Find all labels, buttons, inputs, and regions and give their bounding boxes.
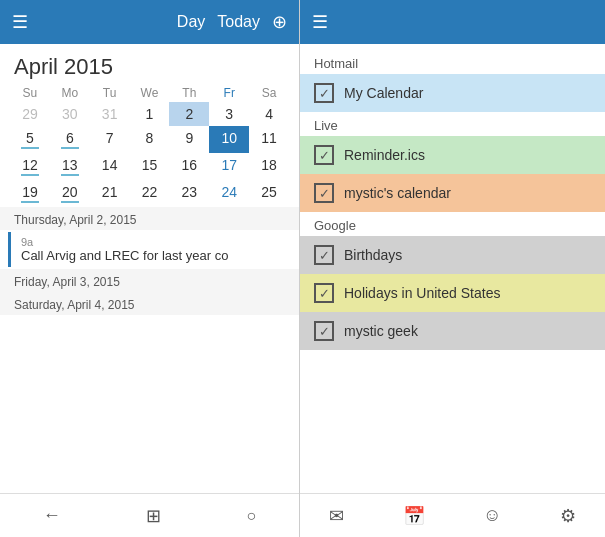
calendar-list: Hotmail My Calendar Live Reminder.ics my… [300,44,605,493]
cal-day-21[interactable]: 21 [90,180,130,207]
day-header-fr: Fr [209,86,249,100]
day-headers: Su Mo Tu We Th Fr Sa [10,84,289,102]
calendar-item-my-calendar[interactable]: My Calendar [300,74,605,112]
cal-day-25[interactable]: 25 [249,180,289,207]
cal-day-1[interactable]: 1 [130,102,170,126]
cal-day-15[interactable]: 15 [130,153,170,180]
cal-day-4[interactable]: 4 [249,102,289,126]
calendar-item-holidays[interactable]: Holidays in United States [300,274,605,312]
event-item-call[interactable]: 9a Call Arvig and LREC for last year co [8,232,291,267]
group-label-live: Live [300,112,605,136]
calendar-week-1: 29 30 31 1 2 3 4 [10,102,289,126]
group-label-hotmail: Hotmail [300,50,605,74]
left-bottom-bar [0,493,299,537]
cal-day-14[interactable]: 14 [90,153,130,180]
people-icon[interactable]: ☺ [483,505,501,526]
cal-item-label-my-calendar: My Calendar [344,85,423,101]
cal-day-10[interactable]: 10 [209,126,249,153]
header-title-group: Day Today ⊕ [177,11,287,33]
checkbox-mystic-calendar[interactable] [314,183,334,203]
cal-day-29-prev[interactable]: 29 [10,102,50,126]
event-date-header-apr2: Thursday, April 2, 2015 [0,207,299,230]
day-header-th: Th [169,86,209,100]
day-header-we: We [130,86,170,100]
calendar-week-2: 5 6 7 8 9 10 11 [10,126,289,153]
cal-item-label-mystic-calendar: mystic's calendar [344,185,451,201]
cal-day-12[interactable]: 12 [10,153,50,180]
calendar-item-reminder[interactable]: Reminder.ics [300,136,605,174]
cal-day-20[interactable]: 20 [50,180,90,207]
cal-item-label-mystic-geek: mystic geek [344,323,418,339]
events-section: Thursday, April 2, 2015 9a Call Arvig an… [0,207,299,493]
checkbox-holidays[interactable] [314,283,334,303]
cal-item-label-holidays: Holidays in United States [344,285,500,301]
day-header-mo: Mo [50,86,90,100]
cal-day-11[interactable]: 11 [249,126,289,153]
home-button[interactable] [146,505,161,527]
right-header: ☰ [300,0,605,44]
cal-day-5[interactable]: 5 [10,126,50,153]
cal-day-6[interactable]: 6 [50,126,90,153]
cal-day-17[interactable]: 17 [209,153,249,180]
cal-day-22[interactable]: 22 [130,180,170,207]
mail-icon[interactable]: ✉ [329,505,344,527]
cal-day-3[interactable]: 3 [209,102,249,126]
cal-day-31-prev[interactable]: 31 [90,102,130,126]
cal-day-30-prev[interactable]: 30 [50,102,90,126]
calendar-item-mystic-geek[interactable]: mystic geek [300,312,605,350]
group-label-google: Google [300,212,605,236]
add-event-icon[interactable]: ⊕ [272,11,287,33]
cal-day-9[interactable]: 9 [169,126,209,153]
event-time: 9a [21,236,277,248]
checkbox-my-calendar[interactable] [314,83,334,103]
cal-day-13[interactable]: 13 [50,153,90,180]
cal-day-19[interactable]: 19 [10,180,50,207]
event-title: Call Arvig and LREC for last year co [21,248,277,263]
calendar-grid: Su Mo Tu We Th Fr Sa 29 30 31 1 2 3 4 5 … [0,84,299,207]
day-header-tu: Tu [90,86,130,100]
checkbox-birthdays[interactable] [314,245,334,265]
checkbox-reminder[interactable] [314,145,334,165]
event-date-header-apr4: Saturday, April 4, 2015 [0,292,299,315]
cal-day-8[interactable]: 8 [130,126,170,153]
back-button[interactable] [43,505,61,526]
search-button[interactable] [247,505,257,526]
cal-day-23[interactable]: 23 [169,180,209,207]
calendar-week-3: 12 13 14 15 16 17 18 [10,153,289,180]
calendar-item-birthdays[interactable]: Birthdays [300,236,605,274]
cal-day-24[interactable]: 24 [209,180,249,207]
day-header-su: Su [10,86,50,100]
settings-icon[interactable]: ⚙ [560,505,576,527]
right-menu-icon[interactable]: ☰ [312,11,328,33]
cal-day-18[interactable]: 18 [249,153,289,180]
cal-item-label-reminder: Reminder.ics [344,147,425,163]
day-header-sa: Sa [249,86,289,100]
event-date-header-apr3: Friday, April 3, 2015 [0,269,299,292]
calendar-week-4: 19 20 21 22 23 24 25 [10,180,289,207]
calendar-icon[interactable]: 📅 [403,505,425,527]
checkbox-mystic-geek[interactable] [314,321,334,341]
cal-day-2[interactable]: 2 [169,102,209,126]
left-header: ☰ Day Today ⊕ [0,0,299,44]
day-button[interactable]: Day [177,13,205,31]
calendar-month-title: April 2015 [0,44,299,84]
today-button[interactable]: Today [217,13,260,31]
cal-item-label-birthdays: Birthdays [344,247,402,263]
cal-day-16[interactable]: 16 [169,153,209,180]
right-panel: ☰ Hotmail My Calendar Live Reminder.ics … [300,0,605,537]
right-bottom-bar: ✉ 📅 ☺ ⚙ [300,493,605,537]
calendar-item-mystic-calendar[interactable]: mystic's calendar [300,174,605,212]
menu-icon[interactable]: ☰ [12,11,28,33]
cal-day-7[interactable]: 7 [90,126,130,153]
left-panel: ☰ Day Today ⊕ April 2015 Su Mo Tu We Th … [0,0,300,537]
